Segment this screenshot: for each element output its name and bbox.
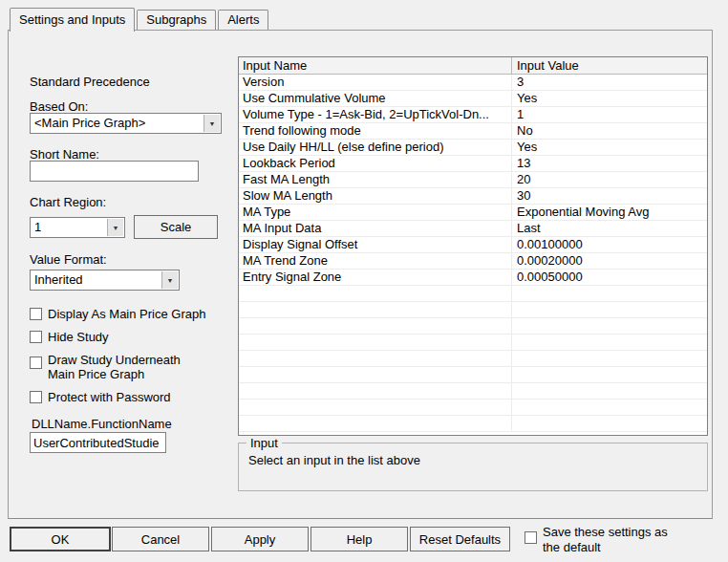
input-value-cell: Last [512,221,707,236]
input-group-box: Input Select an input in the list above [238,443,708,491]
input-value-cell: 30 [512,188,707,204]
input-row[interactable]: Fast MA Length20 [239,172,707,188]
input-row[interactable] [239,318,707,335]
scale-button[interactable]: Scale [134,215,218,239]
standard-precedence-label: Standard Precedence [30,75,150,89]
input-row[interactable]: Trend following modeNo [239,123,707,140]
input-value-cell: 0.00020000 [512,253,707,269]
short-name-label: Short Name: [30,147,99,162]
study-settings-dialog: Settings and Inputs Subgraphs Alerts Sta… [0,0,728,562]
input-name-cell [239,367,512,382]
input-row[interactable] [239,302,707,318]
checkbox-icon[interactable] [30,308,42,320]
apply-button[interactable]: Apply [211,527,309,551]
input-list-body: Version3Use Cummulative VolumeYesVolume … [239,75,707,432]
checkbox-icon[interactable] [30,391,42,403]
input-row[interactable]: Use Cummulative VolumeYes [239,91,707,107]
draw-study-underneath-checkbox[interactable]: Draw Study Underneath Main Price Graph [30,353,200,381]
input-value-cell: No [512,123,707,139]
input-name-cell: MA Input Data [239,221,512,236]
input-name-cell: Display Signal Offset [239,237,512,252]
input-row[interactable] [239,400,707,416]
input-value-cell [512,318,707,334]
input-row[interactable] [239,351,707,367]
protect-with-password-checkbox[interactable]: Protect with Password [30,390,230,404]
settings-tab-pane: Standard Precedence Based On: <Main Pric… [8,30,713,519]
input-value-cell [512,335,707,350]
input-row[interactable] [239,416,707,432]
input-list: Input Name Input Value Version3Use Cummu… [238,56,708,436]
input-name-cell [239,286,512,301]
input-row[interactable] [239,335,707,351]
value-format-label: Value Format: [30,252,107,267]
tab-settings-and-inputs[interactable]: Settings and Inputs [10,8,135,32]
input-name-column-header[interactable]: Input Name [239,57,512,74]
input-row[interactable] [239,286,707,302]
chevron-down-icon[interactable]: ▼ [203,115,220,132]
hide-study-checkbox[interactable]: Hide Study [30,330,230,344]
input-name-cell: MA Type [239,205,512,220]
input-name-cell: Entry Signal Zone [239,270,512,285]
input-value-cell: Exponential Moving Avg [512,205,707,220]
input-name-cell [239,400,512,415]
ok-button[interactable]: OK [10,527,111,551]
short-name-input[interactable] [30,161,199,182]
save-as-default-checkbox[interactable]: Save these settings as the default [525,525,668,555]
input-name-cell [239,318,512,334]
input-row[interactable]: Version3 [239,75,707,91]
reset-defaults-button[interactable]: Reset Defaults [410,527,510,551]
value-format-value: Inherited [34,270,160,290]
input-row[interactable]: Volume Type - 1=Ask-Bid, 2=UpTickVol-Dn.… [239,107,707,123]
chart-region-select[interactable]: 1 ▼ [30,217,125,238]
cancel-button[interactable]: Cancel [112,527,209,551]
checkbox-icon[interactable] [30,357,42,369]
input-value-cell: Yes [512,91,707,106]
display-as-main-price-graph-checkbox[interactable]: Display As Main Price Graph [30,307,230,321]
checkbox-label: Protect with Password [48,390,171,404]
input-row[interactable] [239,383,707,400]
checkbox-icon[interactable] [525,531,537,544]
value-format-select[interactable]: Inherited ▼ [30,270,180,291]
input-name-cell [239,383,512,399]
input-row[interactable] [239,367,707,383]
input-row[interactable]: MA TypeExponential Moving Avg [239,205,707,221]
input-name-cell: Use Daily HH/LL (else define period) [239,140,512,155]
input-value-cell: 0.00050000 [512,270,707,285]
input-row[interactable]: MA Trend Zone0.00020000 [239,253,707,270]
input-name-cell: Lookback Period [239,156,512,171]
based-on-value: <Main Price Graph> [34,114,202,133]
dll-function-name-input[interactable] [30,432,166,453]
input-value-cell [512,351,707,366]
chevron-down-icon[interactable]: ▼ [107,219,123,236]
checkbox-label: Hide Study [48,330,109,344]
input-value-column-header[interactable]: Input Value [512,57,707,74]
input-name-cell: Use Cummulative Volume [239,91,512,106]
input-value-cell [512,302,707,317]
tab-alerts[interactable]: Alerts [218,10,268,30]
input-value-cell: 20 [512,172,707,187]
input-name-cell [239,416,512,431]
input-name-cell [239,335,512,350]
tab-strip: Settings and Inputs Subgraphs Alerts [10,7,270,30]
input-name-cell: Volume Type - 1=Ask-Bid, 2=UpTickVol-Dn.… [239,107,512,122]
input-row[interactable]: Use Daily HH/LL (else define period)Yes [239,140,707,156]
input-value-cell: 1 [512,107,707,122]
help-button[interactable]: Help [310,527,408,551]
input-row[interactable]: Entry Signal Zone0.00050000 [239,270,707,286]
checkbox-icon[interactable] [30,331,42,343]
input-row[interactable]: MA Input DataLast [239,221,707,237]
chevron-down-icon[interactable]: ▼ [161,271,178,289]
input-name-cell [239,302,512,317]
input-name-cell [239,351,512,366]
based-on-label: Based On: [30,99,88,114]
checkbox-label: Save these settings as the default [543,525,668,555]
input-row[interactable]: Slow MA Length30 [239,188,707,205]
input-value-cell [512,367,707,382]
tab-subgraphs[interactable]: Subgraphs [137,10,216,30]
input-value-cell: 0.00100000 [512,237,707,252]
input-group-hint: Select an input in the list above [248,453,420,467]
input-row[interactable]: Lookback Period13 [239,156,707,172]
dll-function-name-label: DLLName.FunctionName [32,417,172,431]
input-row[interactable]: Display Signal Offset0.00100000 [239,237,707,253]
based-on-select[interactable]: <Main Price Graph> ▼ [30,113,222,134]
